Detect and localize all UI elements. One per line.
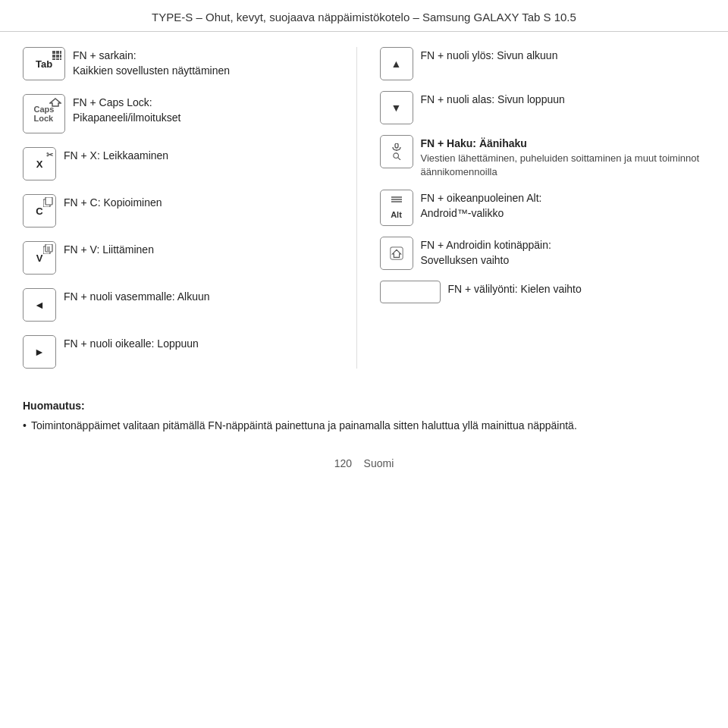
tab-desc-text: FN + sarkain:Kaikkien sovellusten näyttä… [73,49,230,78]
left-column: Tab FN + sarkain:Kaikkien sovellusten nä… [23,47,349,369]
note-section: Huomautus: Toimintonäppäimet valitaan pi… [0,384,728,442]
footer: 120 Suomi [0,442,728,485]
arrow-down-key-desc: FN + nuoli alas: Sivun loppuun [421,91,565,108]
right-column: ▲ FN + nuoli ylös: Sivun alkuun ▼ FN + n… [365,47,706,369]
home-key-desc: FN + Androidin kotinäppäin:Sovelluksen v… [421,237,551,268]
arrow-right-key: ► [23,335,56,369]
alt-key-desc: FN + oikeanpuoleinen Alt:Android™-valikk… [421,190,542,221]
svg-rect-11 [46,197,52,205]
svg-rect-3 [52,55,55,58]
note-title: Huomautus: [23,397,705,414]
page-number: 120 [334,457,352,469]
key-row-arrow-right: ► FN + nuoli oikealle: Loppuun [23,335,349,369]
svg-point-19 [393,153,398,158]
mic-search-key [380,135,413,168]
arrow-up-icon: ▲ [391,58,402,70]
arrow-up-key-desc: FN + nuoli ylös: Sivun alkuun [421,47,558,64]
note-text: Toimintonäppäimet valitaan pitämällä FN-… [23,417,705,434]
svg-rect-0 [52,51,55,54]
svg-marker-25 [392,249,400,257]
key-row-spacebar: FN + välilyönti: Kielen vaihto [380,281,706,303]
home-desc-text: FN + Androidin kotinäppäin:Sovelluksen v… [421,238,551,268]
svg-rect-17 [395,143,398,148]
mic-icon [391,143,402,151]
arrow-down-icon: ▼ [391,102,402,114]
arrow-left-desc-text: FN + nuoli vasemmalle: Alkuun [64,290,210,305]
key-row-x: ✂ X FN + X: Leikkaaminen [23,147,349,180]
mic-search-sub: Viestien lähettäminen, puheluiden soitta… [421,152,706,179]
home-icon [389,246,404,261]
c-key: C [23,194,56,228]
spacebar-key-desc: FN + välilyönti: Kielen vaihto [448,281,582,297]
column-divider [356,47,357,369]
c-key-desc: FN + C: Kopioiminen [64,194,162,211]
key-row-v: V FN + V: Liittäminen [23,241,349,275]
arrow-left-icon: ◄ [34,299,45,311]
arrow-up-desc-text: FN + nuoli ylös: Sivun alkuun [421,49,558,64]
x-desc-text: FN + X: Leikkaaminen [64,149,168,164]
svg-rect-8 [60,58,61,60]
mic-search-key-desc: FN + Haku: Äänihaku Viestien lähettämine… [421,135,706,179]
v-key-desc: FN + V: Liittäminen [64,241,154,258]
spacebar-desc-text: FN + välilyönti: Kielen vaihto [448,282,582,297]
paste-icon [43,244,53,256]
arrow-down-key: ▼ [380,91,413,124]
svg-rect-7 [56,58,59,60]
search-icon [391,152,402,160]
v-desc-text: FN + V: Liittäminen [64,243,154,258]
key-row-arrow-left: ◄ FN + nuoli vasemmalle: Alkuun [23,288,349,322]
x-key-label: X [36,159,43,169]
capslock-key: CapsLock [23,94,65,133]
svg-line-20 [397,158,400,160]
svg-rect-2 [60,51,61,54]
tab-key-label: Tab [36,59,52,69]
svg-rect-1 [56,51,59,54]
page-title: TYPE-S – Ohut, kevyt, suojaava näppäimis… [0,0,728,32]
capslock-desc-text: FN + Caps Lock:Pikapaneeli/ilmoitukset [73,96,180,125]
alt-desc-text: FN + oikeanpuoleinen Alt:Android™-valikk… [421,191,542,221]
arrow-right-icon: ► [34,346,45,358]
key-row-home: FN + Androidin kotinäppäin:Sovelluksen v… [380,237,706,270]
mic-search-title: FN + Haku: Äänihaku [421,136,706,152]
note-content: Toimintonäppäimet valitaan pitämällä FN-… [31,417,577,434]
x-key-desc: FN + X: Leikkaaminen [64,147,168,164]
menu-lines-icon [390,196,403,203]
capslock-key-desc: FN + Caps Lock:Pikapaneeli/ilmoitukset [73,94,180,125]
arrow-right-key-desc: FN + nuoli oikealle: Loppuun [64,335,199,352]
tab-key-desc: FN + sarkain:Kaikkien sovellusten näyttä… [73,47,230,78]
arrow-right-desc-text: FN + nuoli oikealle: Loppuun [64,337,199,352]
svg-rect-6 [52,58,55,60]
c-desc-text: FN + C: Kopioiminen [64,196,162,211]
key-row-alt: Alt FN + oikeanpuoleinen Alt:Android™-va… [380,190,706,226]
alt-key-label: Alt [391,210,402,219]
arrow-down-desc-text: FN + nuoli alas: Sivun loppuun [421,93,565,108]
c-key-label: C [36,206,42,216]
key-row-tab: Tab FN + sarkain:Kaikkien sovellusten nä… [23,47,349,80]
alt-key: Alt [380,190,413,226]
key-row-capslock: CapsLock FN + Caps Lock:Pikapaneeli/ilmo… [23,94,349,133]
v-key: V [23,241,56,275]
key-row-mic-search: FN + Haku: Äänihaku Viestien lähettämine… [380,135,706,179]
svg-marker-9 [50,99,61,106]
capslock-icon [49,98,61,107]
spacebar-key [380,281,441,303]
scissors-icon: ✂ [46,150,53,160]
grid-icon [52,51,61,60]
v-key-label: V [36,253,43,263]
key-row-arrow-up: ▲ FN + nuoli ylös: Sivun alkuun [380,47,706,80]
svg-rect-4 [56,55,59,58]
arrow-left-key: ◄ [23,288,56,322]
home-key [380,237,413,270]
key-row-c: C FN + C: Kopioiminen [23,194,349,228]
svg-rect-5 [60,55,61,58]
tab-key: Tab [23,47,65,80]
arrow-left-key-desc: FN + nuoli vasemmalle: Alkuun [64,288,210,305]
arrow-up-key: ▲ [380,47,413,80]
key-row-arrow-down: ▼ FN + nuoli alas: Sivun loppuun [380,91,706,124]
x-key: ✂ X [23,147,56,180]
language-label: Suomi [364,457,394,469]
copy-icon [43,197,53,209]
